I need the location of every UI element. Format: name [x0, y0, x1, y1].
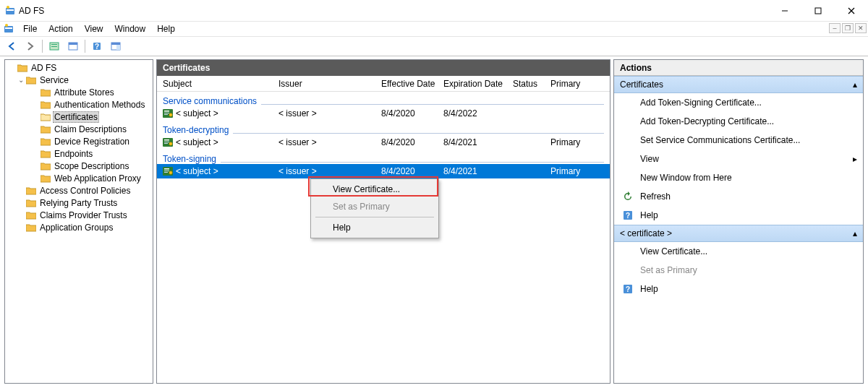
cell-effective-date: 8/4/2020 [381, 137, 443, 147]
window-minimize-button[interactable] [768, 0, 801, 22]
tree-node-adfs[interactable]: AD FS [5, 61, 153, 74]
window-title: AD FS [19, 6, 768, 16]
toolbar-properties-button[interactable] [64, 38, 82, 54]
svg-rect-32 [164, 171, 169, 171]
action-item[interactable]: New Window from Here [614, 168, 863, 187]
tree-node-authentication-methods[interactable]: Authentication Methods [5, 98, 153, 111]
action-item[interactable]: View Certificate... [614, 242, 863, 261]
mdi-restore-button[interactable]: ❐ [842, 23, 854, 33]
certificate-row[interactable]: < subject >< issuer >8/4/20208/4/2021Pri… [157, 164, 610, 178]
tree-node-attribute-stores[interactable]: Attribute Stores [5, 86, 153, 98]
svg-text:?: ? [626, 212, 630, 220]
menu-help[interactable]: Help [151, 22, 181, 35]
action-item[interactable]: ?Help [614, 206, 863, 225]
cell-issuer: < issuer > [278, 137, 381, 147]
action-item-label: Add Token-Decrypting Certificate... [640, 116, 774, 126]
folder-icon [17, 62, 28, 74]
nav-back-button[interactable] [3, 38, 20, 54]
folder-icon [40, 87, 51, 98]
tree-label: Authentication Methods [53, 100, 146, 110]
action-item[interactable]: Refresh [614, 187, 863, 206]
tree-node-claim-descriptions[interactable]: Claim Descriptions [5, 123, 153, 135]
svg-rect-21 [164, 111, 169, 112]
action-item-label: New Window from Here [640, 173, 732, 183]
cell-expiration-date: 8/4/2021 [443, 137, 513, 147]
toolbar-help-button[interactable]: ? [88, 38, 106, 54]
action-item[interactable]: ?Help [614, 280, 863, 298]
certificate-group-label: Token-decrypting [157, 121, 610, 135]
column-issuer[interactable]: Issuer [278, 79, 381, 89]
actions-section-title: Certificates [620, 79, 663, 90]
tree-label: Claims Provider Trusts [38, 210, 129, 220]
cell-primary: Primary [550, 166, 594, 176]
folder-icon [25, 197, 37, 209]
column-effective-date[interactable]: Effective Date [381, 79, 443, 89]
tree-node-endpoints[interactable]: Endpoints [5, 147, 153, 160]
action-item-label: Help [640, 210, 658, 220]
tree-node-certificates[interactable]: Certificates [5, 111, 153, 123]
folder-icon [40, 124, 51, 135]
window-close-button[interactable] [835, 0, 868, 22]
action-item[interactable]: View▸ [614, 150, 863, 168]
menu-view[interactable]: View [79, 22, 109, 35]
nav-forward-button[interactable] [22, 38, 39, 54]
svg-rect-8 [5, 27, 12, 29]
tree-node-relying-party-trusts[interactable]: Relying Party Trusts [5, 197, 153, 209]
actions-panel-header: Actions [614, 60, 863, 76]
tree-label: Claim Descriptions [53, 124, 128, 134]
actions-section-title: < certificate > [620, 228, 672, 238]
chevron-up-icon: ▴ [853, 79, 857, 90]
actions-section-header[interactable]: Certificates▴ [614, 76, 863, 93]
column-expiration-date[interactable]: Expiration Date [443, 79, 513, 89]
certificates-panel-header: Certificates [157, 60, 610, 76]
tree-node-access-control-policies[interactable]: Access Control Policies [5, 184, 153, 197]
action-item[interactable]: Add Token-Signing Certificate... [614, 93, 863, 112]
svg-rect-14 [69, 43, 77, 45]
tree-label: Attribute Stores [53, 87, 116, 98]
svg-rect-19 [111, 43, 120, 45]
chevron-up-icon: ▴ [853, 228, 857, 238]
menu-file[interactable]: File [17, 22, 43, 35]
window-maximize-button[interactable] [801, 0, 835, 22]
tree-node-service[interactable]: ⌄ Service [5, 74, 153, 86]
toolbar-show-hide-action-pane-button[interactable] [107, 38, 124, 54]
column-status[interactable]: Status [513, 79, 550, 89]
context-menu-item[interactable]: Help [312, 219, 437, 236]
actions-section-header[interactable]: < certificate >▴ [614, 225, 863, 242]
menu-action[interactable]: Action [43, 22, 78, 35]
certificate-row[interactable]: < subject >< issuer >8/4/20208/4/2021Pri… [157, 135, 610, 150]
action-item-label: Refresh [640, 191, 671, 202]
mdi-close-button[interactable]: ✕ [855, 23, 867, 33]
tree-node-claims-provider-trusts[interactable]: Claims Provider Trusts [5, 209, 153, 221]
action-item[interactable]: Set Service Communications Certificate..… [614, 131, 863, 150]
svg-point-34 [169, 171, 172, 174]
tree-node-application-groups[interactable]: Application Groups [5, 221, 153, 233]
tree-node-scope-descriptions[interactable]: Scope Descriptions [5, 160, 153, 172]
tree-label: Service [38, 75, 70, 85]
column-primary[interactable]: Primary [550, 79, 594, 89]
cell-effective-date: 8/4/2020 [381, 108, 443, 118]
toolbar-separator [42, 40, 43, 53]
context-menu-item: Set as Primary [312, 198, 437, 215]
cell-subject: < subject > [176, 137, 278, 147]
menu-window[interactable]: Window [109, 22, 152, 35]
action-item-label: Set as Primary [640, 265, 697, 275]
svg-rect-7 [4, 26, 13, 33]
toolbar-show-hide-tree-button[interactable] [46, 38, 63, 54]
toolbar: ? [0, 36, 868, 56]
tree-label: Certificates [53, 111, 99, 123]
tree-node-web-application-proxy[interactable]: Web Application Proxy [5, 172, 153, 184]
column-subject[interactable]: Subject [163, 79, 278, 89]
context-menu-item[interactable]: View Certificate... [312, 181, 437, 198]
folder-icon [40, 99, 51, 111]
certificate-row[interactable]: < subject >< issuer >8/4/20208/4/2022 [157, 106, 610, 121]
mdi-minimize-button[interactable]: – [829, 23, 841, 33]
expander-icon[interactable]: ⌄ [17, 76, 25, 84]
cell-subject: < subject > [176, 166, 278, 176]
actions-panel: Actions Certificates▴Add Token-Signing C… [613, 59, 864, 384]
scope-tree-panel: AD FS ⌄ Service Attribute StoresAuthenti… [4, 59, 153, 384]
svg-rect-26 [164, 139, 169, 141]
mdi-window-controls: – ❐ ✕ [827, 23, 867, 33]
action-item[interactable]: Add Token-Decrypting Certificate... [614, 112, 863, 131]
tree-node-device-registration[interactable]: Device Registration [5, 135, 153, 147]
